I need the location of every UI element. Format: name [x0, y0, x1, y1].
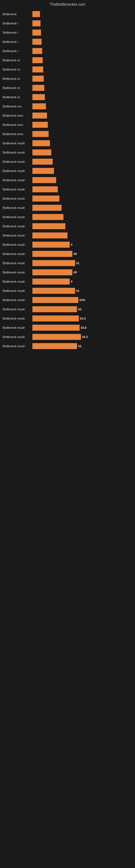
bar-row: Bottleneck r — [3, 38, 132, 45]
bar-wrap: 53.3 — [32, 315, 132, 322]
bar-wrap — [32, 130, 132, 138]
bar-wrap — [32, 231, 132, 239]
bar-label: Bottleneck result — [3, 280, 32, 283]
bar — [32, 232, 68, 239]
bar-row: Bottleneck result51 — [3, 287, 132, 294]
bar-value: 51 — [76, 261, 79, 265]
bar-value: 49 — [74, 252, 77, 255]
bar-wrap — [32, 10, 132, 18]
bar-wrap: 51 — [32, 259, 132, 267]
bar-row: Bottleneck result — [3, 195, 132, 203]
bar-row: Bottleneck result — [3, 213, 132, 221]
bar-row: Bottleneck re — [3, 66, 132, 73]
bar — [32, 150, 51, 155]
bar-label: Bottleneck result — [3, 289, 32, 292]
bar-wrap: 52. — [32, 342, 132, 350]
bar-label: Bottleneck result — [3, 308, 32, 311]
bar — [32, 168, 54, 174]
bar-label: Bottleneck result — [3, 243, 32, 246]
bar — [32, 195, 59, 202]
bar-label: Bottleneck resu — [3, 123, 32, 126]
bar-value: 4 — [71, 243, 72, 246]
bar-wrap — [32, 186, 132, 193]
bar-label: Bottleneck result — [3, 335, 32, 339]
bar-label: Bottleneck result — [3, 197, 32, 200]
bar — [32, 76, 44, 82]
bar — [32, 140, 50, 146]
bar — [32, 39, 42, 45]
bar-value: 53.6 — [81, 326, 86, 329]
bar-label: Bottleneck result — [3, 215, 32, 219]
bar-row: Bottleneck result — [3, 222, 132, 230]
bar-label: Bottleneck re — [3, 86, 32, 90]
bar-row: Bottleneck res — [3, 102, 132, 110]
bar — [32, 223, 65, 229]
bar-wrap — [32, 149, 132, 156]
bar — [32, 260, 75, 266]
bar-label: Bottleneck r — [3, 50, 32, 53]
bar-row: Bottleneck result — [3, 204, 132, 212]
bar-label: Bottleneck re — [3, 59, 32, 62]
bar-wrap — [32, 93, 132, 101]
bar-label: Bottleneck result — [3, 206, 32, 209]
bar-row: Bottleneck result — [3, 231, 132, 239]
bar-wrap — [32, 20, 132, 27]
bar — [32, 30, 41, 35]
chart-container: BottleneckBottleneck rBottleneck rBottle… — [0, 8, 135, 354]
bar — [32, 186, 58, 192]
bar-row: Bottleneck r — [3, 29, 132, 36]
bar-wrap: 54.2 — [32, 333, 132, 341]
bar-wrap: 49 — [32, 250, 132, 258]
bar-wrap: 49 — [32, 269, 132, 276]
bar-row: Bottleneck — [3, 10, 132, 18]
bar — [32, 306, 77, 312]
site-title: TheBottlenecker.com — [0, 0, 135, 8]
bar-label: Bottleneck r — [3, 40, 32, 43]
bar-wrap — [32, 66, 132, 73]
bar-value: 51 — [76, 289, 79, 292]
bar-value: 54.2 — [82, 335, 88, 339]
bar-row: Bottleneck result53.3 — [3, 315, 132, 322]
bar-wrap — [32, 75, 132, 83]
bar — [32, 131, 49, 137]
bar — [32, 269, 72, 275]
bar-row: Bottleneck re — [3, 84, 132, 92]
bar-row: Bottleneck result52. — [3, 305, 132, 313]
bar-row: Bottleneck result49 — [3, 269, 132, 276]
bar-row: Bottleneck re — [3, 56, 132, 64]
bar — [32, 315, 79, 321]
bar-row: Bottleneck resu — [3, 130, 132, 138]
bar — [32, 251, 72, 257]
bar — [32, 48, 42, 54]
bar-row: Bottleneck result51 — [3, 259, 132, 267]
bar-wrap — [32, 222, 132, 230]
bar-row: Bottleneck re — [3, 75, 132, 83]
bar — [32, 214, 63, 220]
bar-label: Bottleneck r — [3, 31, 32, 34]
bar-row: Bottleneck result — [3, 176, 132, 184]
bar — [32, 288, 75, 294]
bar-row: Bottleneck result — [3, 149, 132, 156]
bar-wrap — [32, 47, 132, 55]
bar — [32, 94, 45, 100]
bar-wrap: 4 — [32, 241, 132, 248]
bar — [32, 103, 46, 109]
bar — [32, 113, 47, 119]
bar-value: 52. — [78, 344, 82, 348]
bar-row: Bottleneck result — [3, 140, 132, 147]
bar-label: Bottleneck result — [3, 225, 32, 228]
bar — [32, 242, 70, 248]
bar-row: Bottleneck re — [3, 93, 132, 101]
bar — [32, 85, 44, 91]
bar-row: Bottleneck result53% — [3, 296, 132, 304]
bar-row: Bottleneck resu — [3, 112, 132, 119]
bar — [32, 11, 40, 17]
bar-row: Bottleneck result4 — [3, 278, 132, 285]
bar-value: 52. — [78, 308, 82, 311]
bar-value: 53.3 — [80, 317, 86, 320]
bar-label: Bottleneck result — [3, 344, 32, 348]
bar-row: Bottleneck resu — [3, 121, 132, 129]
bar-label: Bottleneck re — [3, 68, 32, 71]
bar-wrap: 52. — [32, 305, 132, 313]
bar-label: Bottleneck result — [3, 179, 32, 182]
